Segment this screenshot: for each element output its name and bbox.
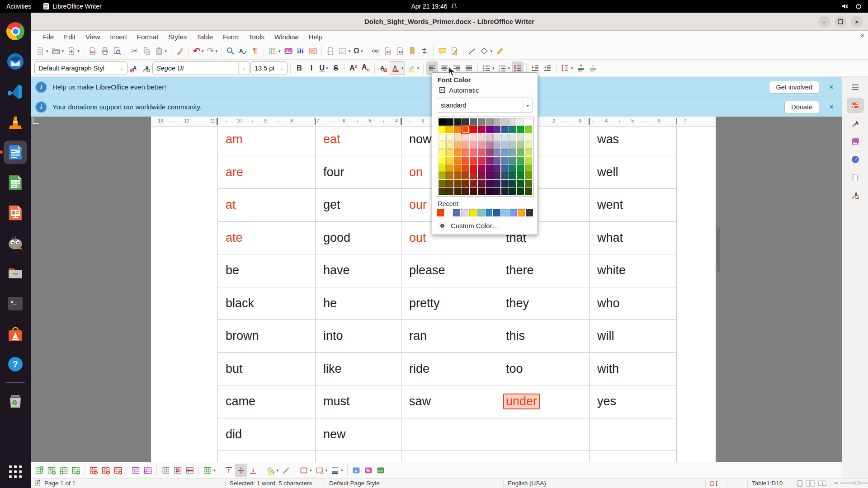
color-swatch[interactable]: [454, 188, 462, 195]
color-swatch[interactable]: [493, 164, 500, 172]
color-swatch[interactable]: [525, 188, 532, 195]
color-swatch[interactable]: [493, 126, 500, 133]
color-swatch[interactable]: [517, 134, 524, 141]
table-cell[interactable]: have: [316, 254, 401, 287]
table-cell[interactable]: into: [316, 320, 401, 353]
color-swatch[interactable]: [493, 134, 500, 141]
color-swatch[interactable]: [525, 157, 532, 164]
color-swatch[interactable]: [462, 164, 469, 172]
table-cell[interactable]: am: [217, 127, 316, 156]
color-swatch[interactable]: [446, 157, 453, 164]
number-recognition-button[interactable]: o: [350, 464, 362, 477]
color-swatch[interactable]: [478, 149, 485, 156]
endnote-button[interactable]: AB: [394, 44, 406, 58]
color-swatch[interactable]: [454, 134, 462, 141]
color-swatch[interactable]: [517, 157, 524, 164]
color-swatch[interactable]: [501, 126, 509, 133]
table-cell[interactable]: be: [217, 254, 316, 287]
comment-button[interactable]: [436, 44, 448, 58]
ruler-column-marker[interactable]: [217, 118, 218, 125]
new-document-button[interactable]: ▾: [34, 44, 50, 58]
color-swatch[interactable]: [517, 180, 524, 187]
border-color-button[interactable]: ▾: [329, 464, 344, 477]
font-size-combo[interactable]: 13.5 pt⌄: [250, 61, 288, 75]
percent-format-button[interactable]: %: [363, 464, 374, 477]
color-swatch[interactable]: [525, 172, 532, 179]
close-document-icon[interactable]: ×: [860, 32, 864, 39]
table-cell[interactable]: who: [590, 287, 677, 320]
dock-libreoffice-impress[interactable]: [4, 201, 27, 225]
color-swatch[interactable]: [486, 157, 493, 164]
table-cell[interactable]: this: [498, 320, 590, 353]
color-swatch[interactable]: [470, 141, 477, 149]
delete-row-button[interactable]: [88, 464, 99, 477]
restore-button[interactable]: ❐: [835, 16, 846, 28]
status-bookmark-icon[interactable]: [34, 479, 41, 487]
clear-formatting-button[interactable]: A: [377, 61, 389, 75]
color-swatch[interactable]: [517, 172, 524, 179]
color-swatch[interactable]: [501, 180, 509, 187]
menu-edit[interactable]: Edit: [59, 32, 80, 42]
color-swatch[interactable]: [486, 141, 493, 149]
color-swatch[interactable]: [446, 172, 453, 179]
color-swatch[interactable]: [478, 141, 485, 149]
color-swatch[interactable]: [462, 118, 469, 126]
delete-column-button[interactable]: [100, 464, 112, 477]
color-swatch[interactable]: [446, 180, 453, 187]
color-swatch[interactable]: [493, 157, 500, 164]
color-swatch[interactable]: [509, 164, 516, 172]
table-cell[interactable]: please: [401, 254, 498, 287]
color-swatch[interactable]: [493, 188, 500, 195]
recent-color-swatch[interactable]: [526, 209, 533, 216]
table-cell[interactable]: [316, 451, 401, 462]
table-cell[interactable]: [401, 418, 498, 451]
dock-files[interactable]: [4, 262, 27, 285]
color-swatch[interactable]: [486, 134, 493, 141]
update-style-button[interactable]: A: [128, 61, 140, 75]
sidebar-page-deck[interactable]: [847, 170, 864, 185]
dock-show-applications[interactable]: [4, 460, 27, 483]
table-cell[interactable]: well: [590, 156, 677, 189]
hyperlink-button[interactable]: [370, 44, 382, 58]
color-swatch[interactable]: [462, 134, 469, 141]
merge-cells-button[interactable]: [130, 464, 142, 477]
subscript-button[interactable]: AB: [360, 61, 372, 75]
color-swatch[interactable]: [486, 188, 493, 195]
color-swatch[interactable]: [470, 149, 477, 156]
open-file-button[interactable]: ▾: [50, 44, 66, 58]
color-swatch[interactable]: [470, 118, 477, 126]
sidebar-style-inspector[interactable]: A: [847, 188, 864, 203]
color-swatch[interactable]: [517, 149, 524, 156]
color-swatch[interactable]: [517, 164, 524, 172]
table-cell[interactable]: there: [498, 254, 590, 287]
insert-row-below-button[interactable]: [46, 464, 57, 477]
table-background-button[interactable]: ▾: [265, 464, 280, 477]
color-swatch[interactable]: [517, 118, 524, 126]
color-swatch[interactable]: [470, 172, 477, 179]
color-swatch[interactable]: [501, 188, 509, 195]
selection-mode-icon[interactable]: [710, 480, 720, 487]
table-cell[interactable]: under: [498, 385, 590, 418]
strikethrough-button[interactable]: S: [330, 61, 342, 75]
table-cell[interactable]: what: [590, 222, 677, 255]
color-swatch[interactable]: [446, 126, 453, 133]
palette-select[interactable]: standard ▾: [437, 98, 533, 113]
table-cell[interactable]: must: [316, 385, 401, 418]
dock-terminal[interactable]: >_: [4, 292, 27, 315]
save-button[interactable]: ▾: [66, 44, 81, 58]
table-cell[interactable]: ride: [401, 353, 498, 386]
color-swatch[interactable]: [486, 126, 493, 133]
paragraph-style-combo[interactable]: Default Paragraph Styl⌄: [34, 61, 127, 75]
autoformat-styles-button[interactable]: [280, 464, 292, 477]
color-swatch[interactable]: [446, 134, 453, 141]
vertical-scrollbar-thumb[interactable]: [717, 228, 720, 272]
color-swatch[interactable]: [525, 149, 532, 156]
color-swatch[interactable]: [462, 180, 469, 187]
menu-view[interactable]: View: [80, 32, 105, 42]
highlight-color-button[interactable]: ▾: [406, 61, 421, 75]
spelling-button[interactable]: A: [237, 44, 249, 58]
close-button[interactable]: ×: [851, 16, 863, 28]
table-cell[interactable]: like: [316, 353, 401, 386]
dock-vscode[interactable]: [4, 80, 27, 103]
split-cells-button[interactable]: [142, 464, 154, 477]
